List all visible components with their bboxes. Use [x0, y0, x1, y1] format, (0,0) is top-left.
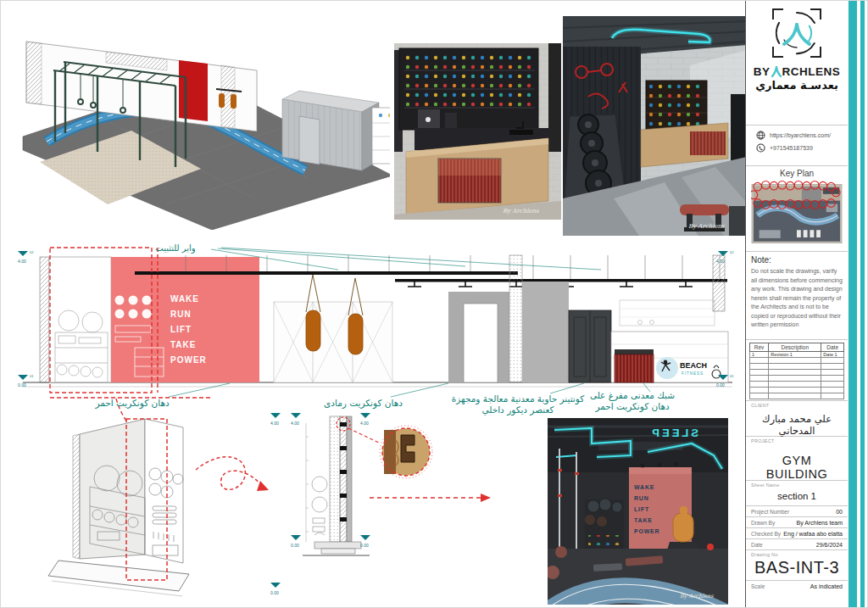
detail-3d-equipment-wall: 4.00 0.00: [26, 406, 293, 603]
key-plan: [746, 180, 848, 251]
revision-section: Rev Description Date 1Revision 1Date 1: [746, 339, 848, 400]
note-section: Note: Do not scale the drawings, varify …: [746, 251, 848, 339]
svg-text:0.00: 0.00: [360, 543, 369, 548]
title-block: BY RCHLENS بعدسـة معماري https://byarchl…: [745, 1, 848, 608]
date-col-header: Date: [821, 343, 844, 352]
key-plan-label: Key Plan: [746, 165, 848, 180]
render-gym-track: SLEEP WAKE RUN LIFT TAKE POWER: [548, 418, 728, 605]
watermark: By Archlens: [688, 223, 725, 230]
red-accent-wall: [179, 60, 208, 121]
revision-row: [750, 364, 844, 370]
watermark: By Archlens: [503, 208, 539, 215]
svg-text:0.00: 0.00: [716, 382, 725, 388]
description-col-header: Description: [769, 343, 821, 352]
svg-text:4.00: 4.00: [18, 259, 26, 264]
svg-text:0.00: 0.00: [291, 543, 299, 548]
svg-text:SLEEP: SLEEP: [649, 427, 698, 439]
brand-logo-box: BY RCHLENS بعدسـة معماري: [746, 1, 848, 125]
revision-row: [750, 376, 844, 382]
watermark: By Archlens: [680, 593, 714, 600]
rev-col-header: Rev: [750, 343, 769, 352]
revision-table-body: 1Revision 1Date 1: [750, 352, 844, 399]
door-opening: [464, 304, 498, 382]
iso-overview-3d: [13, 8, 390, 230]
svg-text:02: 02: [730, 250, 734, 254]
person-glyph-icon: [771, 66, 782, 77]
revision-row: 1Revision 1Date 1: [750, 352, 844, 358]
drawing-number: BAS-INT-3: [751, 557, 843, 580]
project-section: PROJECT GYM BUILDING: [746, 436, 848, 480]
level-markers: 4.00 0.00: [270, 413, 281, 595]
svg-text:LIFT: LIFT: [170, 325, 192, 334]
svg-text:02: 02: [30, 250, 34, 254]
svg-text:POWER: POWER: [634, 528, 659, 534]
whatsapp-icon: [756, 143, 765, 153]
teal-side-bar: [849, 1, 857, 608]
sheet-name: section 1: [751, 488, 843, 505]
svg-text:POWER: POWER: [170, 355, 207, 365]
svg-text:4.00: 4.00: [270, 421, 279, 426]
archlens-logo-icon: [770, 6, 824, 60]
website-link[interactable]: https://byarchlens.com/: [770, 132, 831, 138]
svg-text:4.00: 4.00: [716, 259, 725, 264]
svg-text:RUN: RUN: [170, 310, 192, 319]
svg-text:0.00: 0.00: [18, 382, 26, 388]
key-plan-map: [751, 180, 843, 248]
svg-text:TAKE: TAKE: [170, 340, 196, 349]
brand-arabic: بعدسـة معماري: [751, 79, 843, 92]
annotation-wire-fixing: واير للتثبيت: [143, 243, 208, 254]
revision-row: [750, 370, 844, 376]
revision-row: [750, 382, 844, 388]
annotation-metal-mesh: شبك معدنى مفرغ على دهان كونكريت احمر: [581, 390, 683, 412]
globe-icon: [756, 131, 765, 140]
svg-text:01: 01: [30, 374, 34, 378]
svg-text:01: 01: [730, 374, 734, 378]
brand-archlens: RCHLENS: [782, 65, 841, 78]
iso-shelf-unit: [372, 108, 390, 164]
counter-zone: BEACH FITNESS: [611, 300, 728, 382]
svg-text:RUN: RUN: [634, 495, 649, 501]
field-drawn-by: Drawn By By Archlens team: [746, 516, 848, 527]
section-detail-strip: 4.00 4.00 0.00 0.00: [289, 406, 505, 608]
teal-edge-bar: [860, 1, 865, 608]
iso-container-room: [282, 91, 379, 170]
svg-text:4.00: 4.00: [360, 421, 369, 426]
field-project-number: Project Number 00: [746, 505, 848, 516]
folding-doors: [274, 302, 392, 382]
client-section: CLIENT علي محمد مبارك المدحاني: [746, 400, 848, 436]
brand-by: BY: [754, 65, 771, 78]
red-mesh-panel: [615, 354, 654, 382]
detail-photo-circle: [380, 426, 432, 478]
note-title: Note:: [751, 255, 843, 265]
revision-row: [750, 388, 844, 393]
revision-table: Rev Description Date 1Revision 1Date 1: [749, 343, 844, 399]
drawing-sheet: By Archlens: [0, 0, 868, 608]
field-scale: Scale As indicated: [746, 580, 848, 591]
neon-sleep-sign: SLEEP: [649, 427, 698, 439]
svg-text:TAKE: TAKE: [634, 517, 653, 523]
section-profile-items: [306, 423, 327, 542]
svg-text:FITNESS: FITNESS: [682, 371, 704, 376]
revision-row: [750, 358, 844, 364]
field-checked-by: Checked By Eng / wafaa abo elatta: [746, 527, 848, 538]
svg-text:WAKE: WAKE: [634, 484, 654, 490]
svg-text:WAKE: WAKE: [170, 294, 199, 304]
red-dashed-arrow: [370, 494, 491, 502]
svg-text:BEACH: BEACH: [680, 361, 707, 370]
sheet-name-section: Sheet Name section 1: [746, 480, 848, 505]
phone-number: +971545187539: [770, 145, 813, 151]
red-curly-arrow: [196, 457, 269, 491]
note-text: Do not scale the drawings, varify all di…: [751, 267, 843, 330]
field-date: Date 29/6/2024: [746, 538, 848, 549]
drawing-no-section: Drawing No. BAS-INT-3: [746, 549, 848, 580]
contact-section: https://byarchlens.com/ +971545187539: [746, 125, 848, 165]
svg-text:0.00: 0.00: [270, 590, 279, 595]
revision-row: [750, 393, 844, 399]
svg-text:LIFT: LIFT: [634, 506, 649, 512]
brand-wordmark: BY RCHLENS: [751, 65, 843, 78]
render-gym-entrance: By Archlens: [563, 16, 747, 236]
svg-text:4.00: 4.00: [291, 421, 299, 426]
render-juice-bar: By Archlens: [394, 43, 561, 220]
